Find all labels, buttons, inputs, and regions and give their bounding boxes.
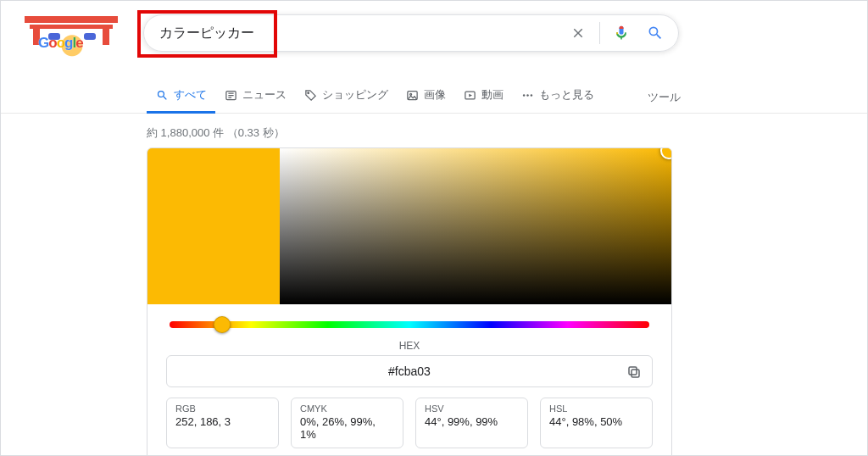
- divider: [599, 22, 600, 44]
- search-input[interactable]: [159, 25, 564, 41]
- tab-label: ニュース: [242, 87, 287, 103]
- tab-shopping[interactable]: ショッピング: [295, 81, 397, 114]
- cmyk-label: CMYK: [300, 403, 394, 414]
- rgb-label: RGB: [175, 403, 270, 414]
- search-icon: [155, 88, 169, 102]
- copy-hex-button[interactable]: [623, 361, 645, 383]
- selected-color-swatch: [147, 148, 280, 304]
- image-icon: [405, 88, 419, 102]
- search-tabs: すべて ニュース ショッピング 画像 動画 もっと見る ツール: [147, 81, 689, 114]
- hsl-value: 44°, 98%, 50%: [549, 415, 643, 428]
- hue-slider-row: [147, 304, 671, 340]
- color-values: HEX #fcba03 RGB 252, 186, 3 CMYK 0%, 26%…: [147, 340, 671, 456]
- hsv-cell[interactable]: HSV 44°, 99%, 99%: [415, 398, 528, 448]
- header: Google: [1, 1, 867, 65]
- search-icon: [647, 25, 664, 42]
- svg-rect-8: [632, 370, 639, 377]
- tab-images[interactable]: 画像: [397, 81, 454, 114]
- tab-label: 動画: [481, 87, 504, 103]
- tools-label: ツール: [648, 91, 681, 103]
- saturation-value-area[interactable]: [280, 148, 671, 304]
- svg-point-5: [522, 94, 525, 97]
- clear-button[interactable]: [564, 19, 593, 47]
- news-icon: [224, 88, 237, 102]
- hsv-label: HSV: [425, 403, 519, 414]
- hsv-value: 44°, 99%, 99%: [425, 415, 519, 428]
- search-box[interactable]: [143, 14, 679, 52]
- google-doodle-logo[interactable]: Google: [25, 16, 118, 65]
- tab-label: ショッピング: [322, 87, 388, 103]
- hue-thumb[interactable]: [214, 316, 231, 333]
- cmyk-value: 0%, 26%, 99%, 1%: [300, 415, 394, 441]
- color-picker-card: HEX #fcba03 RGB 252, 186, 3 CMYK 0%, 26%…: [147, 147, 672, 456]
- voice-search-button[interactable]: [607, 19, 636, 47]
- search-area: [143, 14, 679, 52]
- tab-news[interactable]: ニュース: [215, 81, 295, 114]
- copy-icon: [626, 364, 642, 380]
- tab-label: もっと見る: [539, 87, 594, 103]
- tab-label: すべて: [174, 87, 207, 103]
- picker-canvas-row: [147, 148, 671, 304]
- rgb-value: 252, 186, 3: [175, 415, 270, 428]
- tab-all[interactable]: すべて: [147, 81, 215, 114]
- result-stats: 約 1,880,000 件 （0.33 秒）: [147, 125, 867, 141]
- logo-area[interactable]: Google: [25, 14, 143, 65]
- cmyk-cell[interactable]: CMYK 0%, 26%, 99%, 1%: [291, 398, 403, 448]
- search-button[interactable]: [641, 19, 670, 47]
- tab-more[interactable]: もっと見る: [512, 81, 603, 114]
- mic-icon: [613, 25, 630, 42]
- video-icon: [463, 88, 476, 102]
- hex-value-box[interactable]: #fcba03: [166, 355, 653, 387]
- hue-slider[interactable]: [170, 321, 649, 328]
- svg-rect-9: [629, 367, 637, 375]
- hsl-cell[interactable]: HSL 44°, 98%, 50%: [540, 398, 653, 448]
- sv-thumb[interactable]: [660, 147, 672, 159]
- close-icon: [570, 25, 586, 41]
- tools-button[interactable]: ツール: [639, 83, 689, 112]
- search-actions: [564, 19, 670, 47]
- tag-icon: [303, 88, 317, 102]
- tab-label: 画像: [424, 87, 446, 103]
- tab-videos[interactable]: 動画: [454, 81, 512, 114]
- svg-point-1: [307, 92, 309, 93]
- svg-point-3: [409, 93, 411, 95]
- more-icon: [520, 88, 534, 102]
- hex-label: HEX: [166, 340, 653, 352]
- svg-point-7: [530, 94, 532, 97]
- svg-point-6: [526, 94, 529, 97]
- rgb-cell[interactable]: RGB 252, 186, 3: [166, 398, 279, 448]
- hex-value: #fcba03: [388, 364, 431, 378]
- hsl-label: HSL: [549, 403, 643, 414]
